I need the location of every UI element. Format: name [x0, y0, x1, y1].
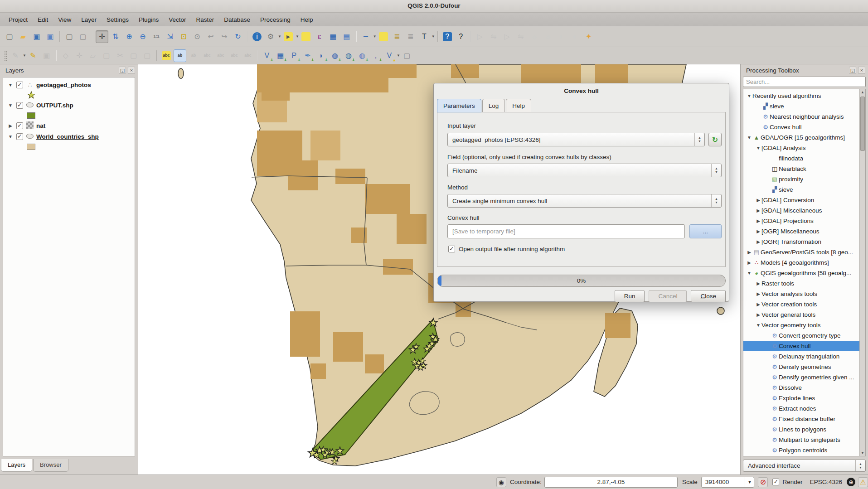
coordinate-input[interactable]: 2.87,-4.05: [544, 477, 678, 488]
text-annotation-icon[interactable]: T: [418, 30, 431, 43]
layer-item[interactable]: ▼OUTPUT.shp: [3, 100, 135, 111]
expander-icon[interactable]: ▶: [755, 239, 761, 244]
toolbox-item-gdal-analysis[interactable]: ▼[GDAL] Analysis: [743, 143, 865, 153]
expander-icon[interactable]: ▶: [755, 281, 761, 286]
messages-warning-icon[interactable]: ⚠: [858, 477, 868, 487]
blank-page-icon[interactable]: ▢: [401, 49, 413, 62]
add-wms-layer-icon[interactable]: ◍+: [329, 49, 341, 62]
scrollbar-thumb[interactable]: [860, 97, 865, 151]
input-layer-combo[interactable]: geotagged_photos [EPSG:4326] ▲▼: [447, 133, 705, 146]
expander-icon[interactable]: ▶: [755, 291, 761, 296]
dialog-tab-help[interactable]: Help: [506, 99, 531, 112]
zoom-native-icon[interactable]: 1:1: [150, 30, 163, 43]
expander-icon[interactable]: ▶: [755, 302, 761, 307]
field-combo[interactable]: Filename ▲▼: [447, 164, 722, 177]
browse-output-button[interactable]: ...: [689, 224, 722, 238]
expander-icon[interactable]: ▶: [755, 312, 761, 317]
menu-edit[interactable]: Edit: [33, 15, 53, 25]
new-shapefile-layer-dropdown-icon[interactable]: ▼: [397, 53, 400, 58]
expander-icon[interactable]: ▶: [755, 198, 761, 203]
toolbar-grip[interactable]: [5, 51, 7, 61]
toolbox-item-gdal-miscellaneous[interactable]: ▶[GDAL] Miscellaneous: [743, 205, 865, 216]
scroll-up-icon[interactable]: ▲: [860, 89, 865, 95]
zoom-next-icon[interactable]: ↪: [218, 30, 231, 43]
panel-float-icon[interactable]: ◱: [119, 67, 126, 74]
expander-icon[interactable]: ▼: [746, 271, 752, 276]
toolbox-item-vector-analysis-tools[interactable]: ▶Vector analysis tools: [743, 289, 865, 299]
toolbox-item-convex-hull[interactable]: ⚙Convex hull: [743, 122, 865, 132]
layer-item[interactable]: ▼World_countries_shp: [3, 131, 135, 142]
layer-visibility-checkbox[interactable]: [16, 102, 23, 109]
save-project-icon[interactable]: ▣: [30, 30, 43, 43]
output-file-input[interactable]: [Save to temporary file]: [447, 224, 685, 238]
toolbox-item-proximity[interactable]: ▧proximity: [743, 174, 865, 184]
toolbox-item-convert-geometry-type[interactable]: ⚙Convert geometry type: [743, 330, 865, 341]
identify-features-icon[interactable]: i: [251, 30, 263, 43]
toolbox-item-nearblack[interactable]: ◫Nearblack: [743, 164, 865, 174]
crs-globe-icon[interactable]: ⊕: [847, 478, 855, 486]
measure-dropdown-icon[interactable]: ▼: [373, 34, 377, 39]
add-wcs-layer-icon[interactable]: ◍+: [342, 49, 355, 62]
dialog-tab-log[interactable]: Log: [482, 99, 505, 112]
add-wfs-layer-icon[interactable]: ◍+: [356, 49, 369, 62]
whats-this-icon[interactable]: ?: [455, 30, 467, 43]
select-features-icon[interactable]: ▸: [282, 30, 295, 43]
toolbox-item-sieve[interactable]: ▞sieve: [743, 101, 865, 111]
toolbox-item-vector-general-tools[interactable]: ▶Vector general tools: [743, 310, 865, 320]
layer-item[interactable]: ▼∴geotagged_photos: [3, 79, 135, 90]
add-spatialite-layer-icon[interactable]: ✒+: [301, 49, 314, 62]
new-shapefile-layer-icon[interactable]: V★: [383, 49, 396, 62]
toolbox-item-convex-hull[interactable]: ⚙Convex hull: [743, 341, 865, 351]
expander-icon[interactable]: ▶: [746, 260, 752, 265]
label-pin-icon[interactable]: ab: [174, 49, 186, 62]
toolbox-item-sieve[interactable]: ▞sieve: [743, 184, 865, 195]
toolbox-item-geoserver-postgis-tools-8-geo[interactable]: ▶▤GeoServer/PostGIS tools [8 geo...: [743, 247, 865, 257]
toolbox-item-qgis-geoalgorithms-58-geoalg[interactable]: ▼◕QGIS geoalgorithms [58 geoalg...: [743, 268, 865, 278]
new-project-icon[interactable]: ▢: [3, 30, 16, 43]
pan-to-selection-icon[interactable]: ⇅: [109, 30, 122, 43]
toolbox-item-multipart-to-singleparts[interactable]: ⚙Multipart to singleparts: [743, 435, 865, 445]
layer-name[interactable]: nat: [36, 122, 45, 129]
toolbox-item-densify-geometries-given[interactable]: ⚙Densify geometries given ...: [743, 372, 865, 382]
menu-processing[interactable]: Processing: [255, 15, 296, 25]
scroll-down-icon[interactable]: ▼: [860, 450, 865, 456]
expander-icon[interactable]: ▼: [755, 145, 761, 150]
new-vector-layer-icon[interactable]: V+: [261, 49, 273, 62]
method-combo[interactable]: Create single minimum convex hull ▲▼: [447, 194, 722, 208]
menu-help[interactable]: Help: [296, 15, 318, 25]
extent-toggle-icon[interactable]: ◉: [496, 477, 506, 487]
toolbox-item-fixed-distance-buffer[interactable]: ⚙Fixed distance buffer: [743, 414, 865, 424]
save-project-as-icon[interactable]: ▣: [44, 30, 57, 43]
toggle-editing-icon[interactable]: ✎: [27, 49, 39, 62]
menu-vector[interactable]: Vector: [164, 15, 191, 25]
zoom-last-icon[interactable]: ↩: [204, 30, 217, 43]
expander-icon[interactable]: ▶: [755, 208, 761, 213]
menu-plugins[interactable]: Plugins: [134, 15, 164, 25]
run-button[interactable]: Run: [615, 290, 645, 302]
toolbox-item-densify-geometries[interactable]: ⚙Densify geometries: [743, 362, 865, 372]
new-composer-icon[interactable]: ▢: [63, 30, 76, 43]
toolbox-scrollbar[interactable]: ▲ ▼: [859, 89, 865, 456]
new-raster-layer-icon[interactable]: ▦+: [274, 49, 287, 62]
interface-mode-combo[interactable]: Advanced interface ▲▼: [743, 460, 866, 472]
expander-icon[interactable]: ▶: [755, 229, 761, 234]
expander-icon[interactable]: ▶: [755, 218, 761, 223]
toolbox-item-explode-lines[interactable]: ⚙Explode lines: [743, 393, 865, 403]
tab-browser[interactable]: Browser: [33, 459, 68, 472]
toolbox-item-polygon-centroids[interactable]: ⚙Polygon centroids: [743, 445, 865, 455]
zoom-full-icon[interactable]: ⇲: [164, 30, 176, 43]
menu-settings[interactable]: Settings: [102, 15, 134, 25]
zoom-in-icon[interactable]: ⊕: [123, 30, 136, 43]
measure-icon[interactable]: ━: [359, 30, 372, 43]
layer-name[interactable]: geotagged_photos: [36, 82, 91, 88]
composer-manager-icon[interactable]: ▢: [77, 30, 89, 43]
dialog-title[interactable]: Convex hull: [434, 87, 729, 94]
zoom-to-layer-icon[interactable]: ⊙: [191, 30, 204, 43]
expander-icon[interactable]: ▼: [746, 93, 752, 98]
toolbox-item-polygonize[interactable]: ⚙Polygonize: [743, 455, 865, 456]
panel-close-icon[interactable]: ×: [858, 67, 865, 74]
render-checkbox[interactable]: [772, 479, 779, 485]
menu-database[interactable]: Database: [219, 15, 255, 25]
refresh-icon[interactable]: ↻: [232, 30, 244, 43]
expander-icon[interactable]: ▼: [7, 82, 14, 87]
